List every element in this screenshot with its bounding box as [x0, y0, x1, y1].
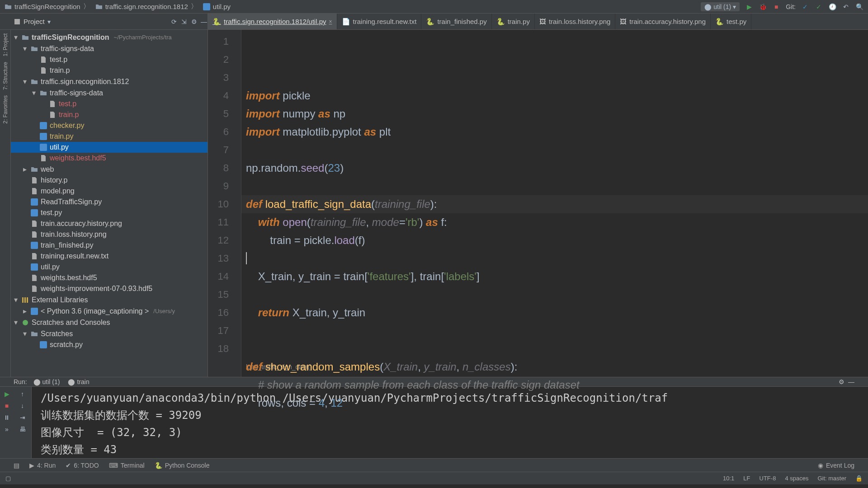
tree-item-label: ReadTrafficSign.py	[41, 198, 102, 206]
breadcrumb-project[interactable]: trafficSignRecognition 〉	[5, 2, 90, 11]
tool-tab-python-console[interactable]: 🐍Python Console	[155, 462, 210, 469]
tree-row[interactable]: ▾Scratches	[11, 328, 208, 339]
secondary-toolbar: Project ▾ ⟳ ⇲ ⚙ — 🐍traffic.sign.recognit…	[0, 14, 868, 30]
tree-item-label: weights.best.hdf5	[41, 274, 97, 282]
hide-button[interactable]: —	[200, 18, 208, 25]
tree-row[interactable]: ▸< Python 3.6 (image_captioning >/Users/…	[11, 305, 208, 317]
tree-row[interactable]: weights.best.hdf5	[11, 153, 208, 164]
tree-row[interactable]: checker.py	[11, 120, 208, 131]
pause-button[interactable]: ⏸	[4, 414, 10, 421]
python-file-icon	[40, 144, 47, 151]
tree-row[interactable]: ReadTrafficSign.py	[11, 197, 208, 207]
tree-item-label: traffic.sign.recognition.1812	[41, 78, 129, 86]
config-icon: ⬤	[704, 3, 712, 10]
chevron-down-icon[interactable]: ▾	[47, 18, 51, 25]
search-everywhere-button[interactable]: 🔍	[855, 3, 863, 11]
print-button[interactable]: 🖶	[19, 426, 26, 433]
run-tab[interactable]: ⬤train	[68, 378, 89, 385]
tree-row[interactable]: ▾Scratches and Consoles	[11, 317, 208, 328]
run-configuration-selector[interactable]: ⬤ util (1) ▾	[701, 2, 740, 11]
tool-tab-project[interactable]: 1: Project	[2, 33, 9, 56]
tool-tab-todo[interactable]: ✔6: TODO	[66, 462, 99, 469]
editor-tab[interactable]: 🐍traffic.sign.recognition.1812/util.py×	[208, 14, 337, 29]
fold-column[interactable]	[233, 30, 241, 377]
svg-rect-1	[14, 19, 20, 24]
tree-item-label: train.loss.history.png	[41, 230, 107, 239]
tree-row[interactable]: train.py	[11, 131, 208, 142]
project-tree[interactable]: ▾trafficSignRecognition~/PycharmProjects…	[11, 30, 208, 377]
tree-row[interactable]: weights.best.hdf5	[11, 272, 208, 283]
git-revert-button[interactable]: ↶	[842, 3, 850, 11]
up-stack-button[interactable]: ↑	[21, 390, 24, 398]
breadcrumb-file[interactable]: util.py	[203, 3, 231, 10]
messages-button[interactable]: ▤	[14, 462, 19, 469]
code-area[interactable]: import pickleimport numpy as npimport ma…	[241, 30, 868, 377]
tree-row[interactable]: ▾traffic-signs-data	[11, 43, 208, 54]
breadcrumb-folder[interactable]: traffic.sign.recognition.1812 〉	[95, 2, 198, 11]
tree-row[interactable]: ▾traffic.sign.recognition.1812	[11, 76, 208, 87]
tree-row[interactable]: ▾External Libraries	[11, 294, 208, 305]
editor-tab[interactable]: 🐍train.py	[492, 14, 535, 29]
tree-row[interactable]: test.p	[11, 54, 208, 65]
close-tab-button[interactable]: ×	[329, 19, 332, 25]
svg-rect-9	[22, 297, 24, 303]
stop-run-button[interactable]: ■	[5, 402, 9, 409]
line-number-gutter[interactable]: 123456789101112131415161718	[208, 30, 233, 377]
tree-row[interactable]: scratch.py	[11, 339, 208, 350]
tool-tab-structure[interactable]: 7: Structure	[2, 62, 9, 90]
debug-button[interactable]: 🐞	[759, 3, 767, 11]
tree-row[interactable]: training.result.new.txt	[11, 251, 208, 262]
run-button[interactable]: ▶	[745, 3, 753, 11]
tool-tab-run[interactable]: ▶4: Run	[29, 462, 56, 469]
tool-tab-terminal[interactable]: ⌨Terminal	[109, 462, 145, 469]
tree-row[interactable]: train_finished.py	[11, 240, 208, 251]
wrap-button[interactable]: ⇥	[20, 414, 25, 421]
tree-row[interactable]: history.p	[11, 175, 208, 186]
down-stack-button[interactable]: ↓	[21, 402, 24, 409]
git-history-button[interactable]: 🕘	[828, 3, 836, 11]
breadcrumb-label: util.py	[213, 3, 231, 10]
tree-row-root[interactable]: ▾trafficSignRecognition~/PycharmProjects…	[11, 32, 208, 43]
editor-tab[interactable]: 🐍test.py	[711, 14, 751, 29]
tree-row[interactable]: train.accuracy.history.png	[11, 218, 208, 229]
lock-icon[interactable]: 🔒	[855, 475, 863, 482]
tree-row[interactable]: train.p	[11, 109, 208, 120]
editor-tabs: 🐍traffic.sign.recognition.1812/util.py×📄…	[208, 14, 751, 29]
tree-item-label: train.accuracy.history.png	[41, 220, 122, 228]
settings-button[interactable]: ⚙	[190, 18, 198, 25]
tree-row[interactable]: test.py	[11, 207, 208, 218]
editor-tab[interactable]: 🖼train.accuracy.history.png	[615, 14, 711, 29]
stop-button[interactable]: ■	[772, 3, 780, 11]
svg-point-13	[23, 320, 28, 325]
file-icon	[49, 111, 56, 118]
refresh-button[interactable]: ⟳	[170, 18, 178, 25]
git-update-button[interactable]: ✓	[801, 3, 809, 11]
rerun-button[interactable]: ▶	[5, 390, 9, 398]
git-commit-button[interactable]: ✓	[815, 3, 823, 11]
tree-row[interactable]: ▸web	[11, 164, 208, 175]
file-icon	[31, 285, 38, 292]
tree-row[interactable]: model.png	[11, 186, 208, 197]
status-encoding[interactable]: UTF-8	[760, 475, 776, 482]
tree-row[interactable]: weights-improvement-07-0.93.hdf5	[11, 283, 208, 294]
status-indent[interactable]: 4 spaces	[785, 475, 808, 482]
run-tab[interactable]: ⬤util (1)	[33, 378, 60, 385]
editor-tab[interactable]: 🖼train.loss.history.png	[535, 14, 615, 29]
editor-tab[interactable]: 📄training.result.new.txt	[337, 14, 422, 29]
status-git-branch[interactable]: Git: master	[817, 475, 846, 482]
code-editor[interactable]: 123456789101112131415161718 import pickl…	[208, 30, 868, 377]
tool-tab-favorites[interactable]: 2: Favorites	[2, 95, 9, 124]
editor-tab[interactable]: 🐍train_finished.py	[421, 14, 491, 29]
tree-row[interactable]: util.py	[11, 142, 208, 153]
collapse-all-button[interactable]: ⇲	[180, 18, 188, 25]
status-icon[interactable]: ▢	[5, 475, 11, 482]
status-line-separator[interactable]: LF	[743, 475, 750, 482]
tree-row[interactable]: train.loss.history.png	[11, 229, 208, 240]
tree-row[interactable]: train.p	[11, 65, 208, 76]
tree-row[interactable]: util.py	[11, 262, 208, 272]
tree-row[interactable]: test.p	[11, 99, 208, 109]
status-cursor-position[interactable]: 10:1	[723, 475, 734, 482]
tree-row[interactable]: ▾traffic-signs-data	[11, 87, 208, 99]
more-button[interactable]: »	[5, 426, 9, 433]
file-icon	[40, 67, 47, 74]
